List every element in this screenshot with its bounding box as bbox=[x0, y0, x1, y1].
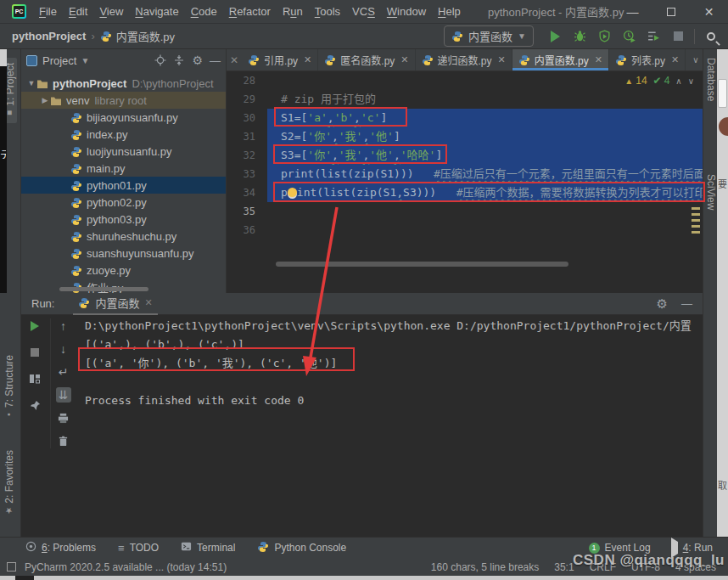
intention-bulb-icon[interactable] bbox=[288, 188, 297, 197]
scrolled-tab-close-icon[interactable]: ✕ bbox=[227, 49, 242, 70]
pin-tab-button[interactable] bbox=[27, 397, 42, 413]
toolwindow-todo[interactable]: ≡TODO bbox=[118, 542, 159, 555]
tree-item-pythonProject[interactable]: ▼pythonProjectD:\pythonProject bbox=[21, 75, 226, 92]
sidebar-tab-sciview[interactable]: SciView bbox=[705, 174, 717, 210]
tree-item-python01-py[interactable]: python01.py bbox=[21, 177, 226, 194]
run-tab[interactable]: 内置函数 ✕ bbox=[73, 293, 157, 315]
chevron-right-icon[interactable]: ▶ bbox=[40, 96, 50, 104]
profiler-button[interactable] bbox=[620, 28, 637, 45]
close-icon[interactable]: ✕ bbox=[304, 54, 311, 65]
editor-tab-内置函数.py[interactable]: 内置函数.py✕ bbox=[512, 49, 609, 70]
tree-item-venv[interactable]: ▶venvlibrary root bbox=[21, 92, 226, 109]
tree-item-index-py[interactable]: index.py bbox=[21, 126, 226, 143]
code-editor[interactable]: 2829# zip 用于打包的30S1=['a','b','c']31S2=['… bbox=[227, 71, 703, 239]
project-panel-title[interactable]: Project bbox=[42, 54, 76, 67]
run-anything-button[interactable] bbox=[645, 28, 662, 45]
tree-item-python02-py[interactable]: python02.py bbox=[21, 194, 226, 211]
close-icon[interactable]: ✕ bbox=[400, 54, 408, 65]
line-number: 31 bbox=[227, 127, 267, 146]
print-button[interactable] bbox=[56, 410, 71, 425]
gear-icon[interactable]: ⚙ bbox=[192, 53, 203, 67]
stop-process-button[interactable] bbox=[27, 345, 42, 360]
breadcrumb-file[interactable]: 内置函数.py bbox=[116, 28, 175, 44]
close-icon[interactable]: ✕ bbox=[498, 54, 506, 65]
code-line-32[interactable]: 32S3=['你','我','他','哈哈'] bbox=[227, 146, 703, 165]
tree-item-shuruheshuchu-py[interactable]: shuruheshuchu.py bbox=[21, 228, 226, 245]
prev-problem-icon[interactable]: ∧ bbox=[675, 76, 681, 86]
code-line-33[interactable]: 33print(list(zip(S1))) #压缩过后只有一个元素，元组里面只… bbox=[227, 165, 703, 183]
breadcrumb-project[interactable]: pythonProject bbox=[12, 30, 86, 42]
down-stacktrace-icon[interactable]: ↓ bbox=[56, 341, 71, 357]
caret-position[interactable]: 35:1 bbox=[554, 561, 574, 573]
close-button[interactable]: ✕ bbox=[690, 0, 728, 24]
maximize-button[interactable] bbox=[652, 0, 690, 24]
tree-item-python03-py[interactable]: python03.py bbox=[21, 211, 226, 228]
tree-item-suanshuyunsuanfu-py[interactable]: suanshuyunsuanfu.py bbox=[21, 245, 226, 262]
editor-tab-引用.py[interactable]: 引用.py✕ bbox=[242, 49, 318, 70]
code-line-34[interactable]: 34pint(list(zip(S1,S3))) #压缩两个数据，需要将数据转换… bbox=[227, 183, 703, 202]
close-icon[interactable]: ✕ bbox=[671, 54, 679, 65]
toolwindow-terminal[interactable]: Terminal bbox=[181, 541, 235, 555]
toolwindow-toggle-icon[interactable] bbox=[7, 562, 16, 572]
inspections-widget[interactable]: 14 4 ∧ ∨ bbox=[624, 75, 694, 87]
chevron-down-icon[interactable]: ▼ bbox=[81, 56, 89, 65]
soft-wrap-icon[interactable]: ↵ bbox=[56, 364, 71, 380]
menu-item-help[interactable]: Help bbox=[432, 2, 467, 21]
menu-item-vcs[interactable]: VCS bbox=[346, 2, 381, 21]
clear-console-button[interactable] bbox=[56, 433, 71, 448]
tree-item-main-py[interactable]: main.py bbox=[21, 160, 226, 177]
hide-panel-icon[interactable]: — bbox=[210, 54, 221, 67]
hide-panel-icon[interactable]: — bbox=[681, 297, 692, 310]
editor-horizontal-scrollbar[interactable] bbox=[276, 262, 568, 267]
collapse-all-icon[interactable] bbox=[173, 54, 185, 66]
project-view-icon bbox=[26, 55, 37, 66]
toolwindow-6-problems[interactable]: 6: Problems bbox=[25, 541, 96, 555]
code-line-31[interactable]: 31S2=['你','我','他'] bbox=[227, 127, 703, 146]
tab-list-chevron-icon[interactable]: ∨ bbox=[686, 49, 703, 70]
up-stacktrace-icon[interactable]: ↑ bbox=[56, 318, 71, 334]
editor-tab-匿名函数.py[interactable]: 匿名函数.py✕ bbox=[318, 49, 415, 70]
menu-item-edit[interactable]: Edit bbox=[63, 2, 93, 21]
gear-icon[interactable]: ⚙ bbox=[657, 296, 668, 312]
search-everywhere-button[interactable] bbox=[703, 28, 720, 45]
rerun-button[interactable] bbox=[27, 318, 42, 334]
coverage-shield-icon bbox=[598, 30, 611, 42]
project-horizontal-scrollbar[interactable] bbox=[59, 287, 148, 291]
menu-item-view[interactable]: View bbox=[93, 2, 129, 21]
tree-item-luojiyunsuanfu-py[interactable]: luojiyunsuanfu.py bbox=[21, 143, 226, 160]
run-with-coverage-button[interactable] bbox=[596, 28, 613, 45]
next-problem-icon[interactable]: ∨ bbox=[688, 76, 694, 86]
tree-item-zuoye-py[interactable]: zuoye.py bbox=[21, 262, 226, 279]
editor-tab-列表.py[interactable]: 列表.py✕ bbox=[609, 49, 686, 70]
menu-item-tools[interactable]: Tools bbox=[309, 2, 346, 21]
tree-item-bijiaoyunsuanfu-py[interactable]: bijiaoyunsuanfu.py bbox=[21, 109, 226, 126]
code-line-29[interactable]: 29# zip 用于打包的 bbox=[227, 90, 703, 109]
toolwindow-python-console[interactable]: Python Console bbox=[257, 541, 346, 555]
menu-item-window[interactable]: Window bbox=[381, 2, 432, 21]
menu-item-run[interactable]: Run bbox=[277, 2, 309, 21]
python-file-icon bbox=[70, 214, 82, 225]
code-line-30[interactable]: 30S1=['a','b','c'] bbox=[227, 109, 703, 127]
menu-item-code[interactable]: Code bbox=[185, 2, 223, 21]
code-line-36[interactable]: 36 bbox=[227, 221, 703, 239]
restore-layout-button[interactable] bbox=[27, 371, 42, 386]
run-configuration-select[interactable]: 内置函数 ▼ bbox=[444, 25, 534, 47]
close-icon[interactable]: ✕ bbox=[595, 54, 602, 65]
editor-tab-递归函数.py[interactable]: 递归函数.py✕ bbox=[416, 49, 512, 70]
locate-file-icon[interactable] bbox=[154, 54, 166, 66]
minimize-button[interactable]: — bbox=[613, 0, 652, 24]
chevron-down-icon[interactable]: ▼ bbox=[26, 79, 36, 87]
status-message[interactable]: PyCharm 2020.2.5 available ... (today 14… bbox=[25, 561, 227, 573]
stop-button[interactable] bbox=[669, 28, 686, 45]
close-icon[interactable]: ✕ bbox=[144, 297, 152, 308]
debug-button[interactable] bbox=[571, 28, 588, 45]
menu-item-navigate[interactable]: Navigate bbox=[129, 2, 184, 21]
sidebar-tab-favorites[interactable]: ★ 2: Favorites bbox=[3, 450, 15, 515]
sidebar-tab-structure[interactable]: ▪ 7: Structure bbox=[3, 355, 15, 420]
sidebar-tab-database[interactable]: Database bbox=[705, 58, 717, 101]
code-line-35[interactable]: 35 bbox=[227, 202, 703, 221]
run-button[interactable] bbox=[546, 28, 563, 45]
menu-item-file[interactable]: File bbox=[33, 2, 63, 21]
scroll-to-end-icon[interactable]: ⇊ bbox=[56, 387, 71, 403]
menu-item-refactor[interactable]: Refactor bbox=[223, 2, 277, 21]
